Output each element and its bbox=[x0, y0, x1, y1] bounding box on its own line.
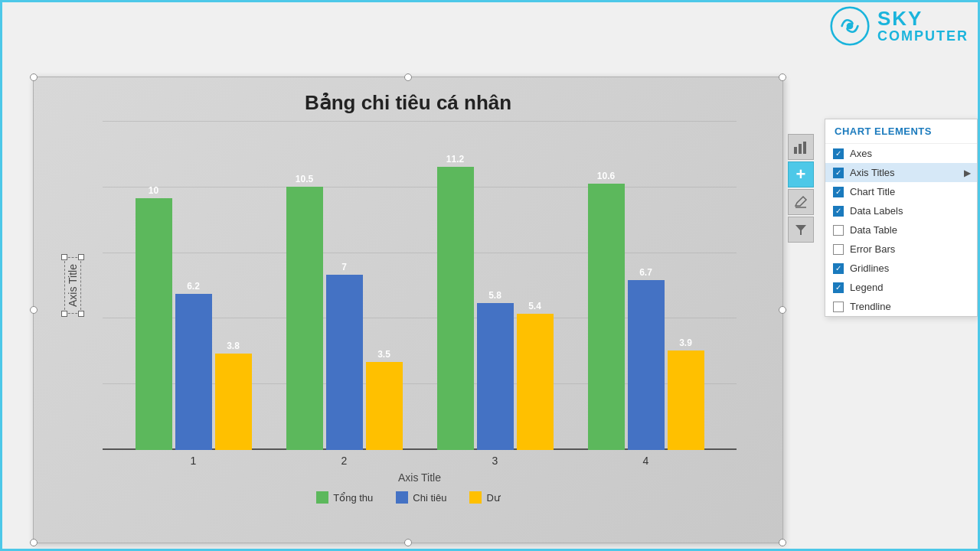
svg-point-1 bbox=[847, 23, 854, 30]
axis-title-handle-bl[interactable] bbox=[78, 311, 84, 317]
bar-blue bbox=[477, 303, 514, 450]
x-label-1: 1 bbox=[118, 450, 269, 467]
plus-button[interactable]: + bbox=[788, 161, 814, 187]
chart-elements-item-label: Axes bbox=[850, 148, 872, 159]
bar-green bbox=[437, 167, 474, 450]
bar-yellow bbox=[517, 314, 554, 450]
handle-tl[interactable] bbox=[30, 73, 38, 81]
chart-elements-item[interactable]: Chart Title bbox=[825, 182, 977, 201]
bar-wrapper-green: 10 bbox=[136, 121, 172, 450]
x-label-4: 4 bbox=[570, 450, 721, 467]
bar-yellow bbox=[668, 350, 704, 450]
bar-wrapper-yellow: 5.4 bbox=[517, 121, 554, 450]
chart-elements-item-label: Data Table bbox=[850, 224, 897, 236]
bar-wrapper-blue: 6.2 bbox=[175, 121, 212, 450]
bar-value-label: 10 bbox=[149, 185, 158, 196]
chart-elements-item-label: Chart Title bbox=[850, 186, 895, 197]
legend-color-box bbox=[469, 491, 482, 504]
bar-value-label: 5.8 bbox=[488, 290, 501, 301]
bar-value-label: 7 bbox=[341, 262, 347, 272]
bar-group-1: 106.23.8 bbox=[118, 121, 269, 450]
bar-value-label: 6.2 bbox=[187, 281, 200, 292]
x-axis-labels: 1234 bbox=[103, 450, 737, 467]
chart-elements-checkbox[interactable] bbox=[833, 302, 844, 312]
bar-wrapper-green: 10.5 bbox=[286, 121, 323, 450]
chart-elements-popup: CHART ELEMENTS AxesAxis Titles▶Chart Tit… bbox=[825, 119, 978, 317]
bar-wrapper-green: 11.2 bbox=[437, 121, 474, 450]
bar-wrapper-green: 10.6 bbox=[588, 121, 625, 450]
chart-wrapper: Bảng chi tiêu cá nhân Axis Title bbox=[33, 77, 783, 543]
chart-elements-item[interactable]: Error Bars bbox=[825, 240, 977, 259]
svg-rect-3 bbox=[799, 144, 802, 154]
handle-bc[interactable] bbox=[404, 539, 412, 546]
chart-icon-button[interactable] bbox=[788, 134, 814, 160]
legend-item: Chi tiêu bbox=[396, 491, 446, 504]
bar-wrapper-blue: 6.7 bbox=[628, 121, 665, 450]
axis-title-handle-br[interactable] bbox=[78, 254, 84, 260]
chart-elements-checkbox[interactable] bbox=[833, 187, 844, 197]
handle-tc[interactable] bbox=[404, 73, 412, 81]
bar-blue bbox=[326, 275, 363, 450]
chart-elements-item-label: Axis Titles bbox=[850, 167, 895, 178]
axis-title-handle-tl[interactable] bbox=[61, 311, 67, 317]
chart-elements-item[interactable]: Trendline bbox=[825, 297, 977, 316]
filter-icon-button[interactable] bbox=[788, 217, 814, 243]
bar-green bbox=[588, 184, 625, 450]
chart-elements-item[interactable]: Axis Titles▶ bbox=[825, 163, 977, 182]
bar-wrapper-blue: 7 bbox=[326, 121, 363, 450]
bar-yellow bbox=[366, 362, 403, 450]
chart-elements-checkbox[interactable] bbox=[833, 206, 844, 217]
x-label-3: 3 bbox=[420, 450, 570, 467]
chart-elements-item[interactable]: Legend bbox=[825, 278, 977, 297]
svg-rect-4 bbox=[803, 142, 806, 154]
chart-elements-item[interactable]: Data Labels bbox=[825, 201, 977, 220]
handle-tr[interactable] bbox=[779, 73, 786, 81]
bar-green bbox=[286, 187, 323, 450]
logo-area: SKY COMPUTER bbox=[830, 6, 969, 46]
legend-label: Chi tiêu bbox=[413, 492, 446, 504]
bar-value-label: 3.5 bbox=[377, 349, 390, 360]
chart-elements-item-label: Legend bbox=[850, 282, 883, 293]
svg-rect-2 bbox=[794, 147, 797, 154]
bar-value-label: 10.5 bbox=[296, 174, 313, 184]
bar-wrapper-blue: 5.8 bbox=[477, 121, 514, 450]
bar-value-label: 6.7 bbox=[639, 267, 652, 278]
bar-group-4: 10.66.73.9 bbox=[570, 121, 721, 450]
legend-label: Tổng thu bbox=[333, 492, 373, 504]
chart-elements-item-label: Gridlines bbox=[850, 262, 889, 274]
legend-color-box bbox=[396, 491, 408, 504]
bar-value-label: 11.2 bbox=[446, 154, 464, 165]
chart-elements-checkbox[interactable] bbox=[833, 225, 844, 236]
chart-plot: 106.23.810.573.511.25.85.410.66.73.9 bbox=[103, 121, 737, 450]
main-container: SKY COMPUTER Bảng chi tiêu cá nhân Axis … bbox=[2, 0, 978, 551]
chart-elements-item[interactable]: Data Table bbox=[825, 220, 977, 240]
chart-elements-item-label: Trendline bbox=[850, 301, 891, 312]
logo-text: SKY COMPUTER bbox=[877, 8, 969, 44]
chart-elements-item[interactable]: Axes bbox=[825, 144, 977, 163]
chart-elements-item[interactable]: Gridlines bbox=[825, 259, 977, 278]
bar-value-label: 10.6 bbox=[597, 171, 615, 181]
bar-blue bbox=[175, 294, 212, 450]
handle-bl[interactable] bbox=[30, 539, 38, 546]
legend: Tổng thuChi tiêuDư bbox=[34, 491, 782, 504]
axis-title-handle-tr[interactable] bbox=[61, 254, 67, 260]
chart-elements-checkbox[interactable] bbox=[833, 244, 844, 255]
bar-wrapper-yellow: 3.8 bbox=[215, 121, 252, 450]
legend-item: Tổng thu bbox=[316, 491, 373, 504]
bar-blue bbox=[628, 280, 665, 450]
chart-area: Axis Title 106.23.810.573.511.25.85.410.… bbox=[34, 121, 782, 450]
y-axis-title[interactable]: Axis Title bbox=[64, 257, 81, 314]
chart-elements-checkbox[interactable] bbox=[833, 168, 844, 178]
pen-icon-button[interactable] bbox=[788, 189, 814, 215]
chart-elements-checkbox[interactable] bbox=[833, 282, 844, 293]
legend-color-box bbox=[316, 491, 328, 504]
chart-elements-item-label: Error Bars bbox=[850, 243, 895, 255]
handle-br[interactable] bbox=[779, 539, 786, 546]
logo-computer: COMPUTER bbox=[877, 29, 969, 44]
bar-value-label: 3.9 bbox=[679, 337, 692, 348]
chart-elements-checkbox[interactable] bbox=[833, 263, 844, 274]
svg-marker-6 bbox=[795, 225, 806, 235]
x-label-2: 2 bbox=[269, 450, 420, 467]
bar-wrapper-yellow: 3.9 bbox=[668, 121, 704, 450]
chart-elements-checkbox[interactable] bbox=[833, 148, 844, 159]
